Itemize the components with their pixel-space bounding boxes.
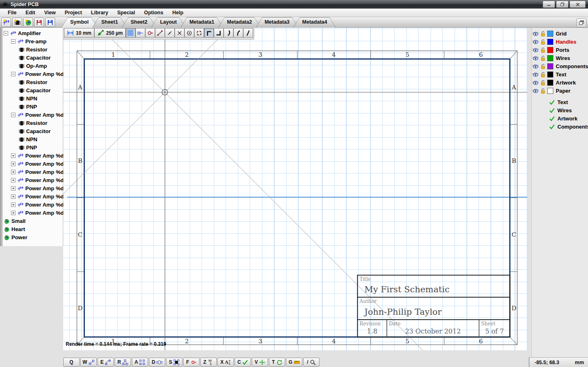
tree-expander-minus[interactable] <box>11 113 16 117</box>
tree-expander-plus[interactable] <box>11 170 16 174</box>
layer-color-swatch[interactable] <box>547 88 553 94</box>
tree-expander-plus[interactable] <box>11 153 16 158</box>
tree-expander-plus[interactable] <box>11 178 16 182</box>
cascade-windows-button[interactable] <box>577 18 586 27</box>
tree-item[interactable]: Capacitor <box>3 86 63 94</box>
visibility-check-text[interactable]: Text <box>532 98 588 106</box>
tree-item[interactable]: Capacitor <box>3 53 63 62</box>
layer-row-components[interactable]: Components <box>532 62 588 70</box>
shortcut-t-button[interactable]: T <box>269 358 285 367</box>
tree-item[interactable]: NPN <box>3 94 63 102</box>
tree-item[interactable]: Power Amp %d2 <box>3 151 63 160</box>
minimize-button[interactable] <box>543 1 555 8</box>
new-symbol-button[interactable] <box>1 18 11 27</box>
visibility-check-artwork[interactable]: Artwork <box>532 114 588 122</box>
tree-item[interactable]: Pre-amp <box>3 37 63 45</box>
corner-br-tool-button[interactable] <box>214 28 224 38</box>
shortcut-d-button[interactable]: D <box>149 358 165 367</box>
shortcut-x-button[interactable]: XA <box>217 358 234 367</box>
tree-expander-plus[interactable] <box>11 211 16 215</box>
schematic-canvas[interactable]: 123456 123456 ABCD ABCD Title My First S… <box>63 28 527 350</box>
slash-tool-button[interactable] <box>243 28 253 38</box>
snap-size-button[interactable]: 250 µm <box>94 28 126 38</box>
port-tool-button[interactable] <box>135 28 145 38</box>
arc-br-tool-button[interactable] <box>224 28 233 38</box>
tab-sheet1[interactable]: Sheet1 <box>92 17 127 28</box>
layer-row-paper[interactable]: Paper <box>532 87 588 95</box>
tree-item[interactable]: Resistor <box>3 119 63 127</box>
visibility-check-components[interactable]: Components <box>532 122 588 131</box>
shortcut-c-button[interactable]: C <box>235 358 251 367</box>
layer-color-swatch[interactable] <box>547 80 553 86</box>
shortcut-a-button[interactable]: A <box>132 358 148 367</box>
menu-file[interactable]: File <box>3 10 21 16</box>
tree-item[interactable]: Op-Amp <box>3 62 63 70</box>
menu-help[interactable]: Help <box>168 10 188 16</box>
tree-item[interactable]: PNP <box>3 143 63 151</box>
tree-expander-plus[interactable] <box>11 202 16 207</box>
grid-toggle-button[interactable] <box>126 28 135 38</box>
restore-button[interactable] <box>556 1 568 8</box>
layer-color-swatch[interactable] <box>547 39 553 45</box>
tree-expander-minus[interactable] <box>11 72 16 76</box>
menu-view[interactable]: View <box>40 10 60 16</box>
segment-tool-button[interactable] <box>165 28 175 38</box>
tree-expander-plus[interactable] <box>11 162 16 166</box>
menu-options[interactable]: Options <box>140 10 168 16</box>
wire-tool-button[interactable] <box>155 28 165 38</box>
tree-item[interactable]: Power Amp %d1 <box>3 111 63 119</box>
junction-tool-button[interactable] <box>145 28 155 38</box>
shortcut-f-button[interactable]: F <box>183 358 200 367</box>
dashed-circle-tool-button[interactable] <box>194 28 204 38</box>
layer-row-grid[interactable]: Grid <box>532 29 588 38</box>
visibility-check-wires[interactable]: Wires <box>532 106 588 114</box>
shortcut-v-button[interactable]: V <box>252 358 268 367</box>
tree-item[interactable]: PNP <box>3 102 63 111</box>
tab-metadata3[interactable]: Metadata3 <box>255 17 298 28</box>
tree-item[interactable]: Power Amp %d9 <box>3 209 63 217</box>
tree-item[interactable]: Power Amp %d0 <box>3 70 63 78</box>
layer-row-ports[interactable]: Ports <box>532 46 588 54</box>
tree-expander-minus[interactable] <box>4 31 8 36</box>
tree-expander-plus[interactable] <box>11 194 16 199</box>
layer-color-swatch[interactable] <box>547 31 553 37</box>
tree-item[interactable]: Capacitor <box>3 127 63 135</box>
shortcut-w-button[interactable]: W <box>80 358 97 367</box>
tree-item[interactable]: Small <box>3 217 63 225</box>
tree-item[interactable]: Power Amp %d5 <box>3 176 63 184</box>
tree-item[interactable]: Power Amp %d6 <box>3 184 63 192</box>
tab-metadata2[interactable]: Metadata2 <box>218 17 261 28</box>
layer-color-swatch[interactable] <box>547 71 553 78</box>
shortcut-slash-button[interactable]: / <box>303 358 320 367</box>
circle-dot-tool-button[interactable] <box>184 28 194 38</box>
close-button[interactable] <box>570 1 586 8</box>
tree-item[interactable]: NPN <box>3 135 63 143</box>
save-button[interactable] <box>34 18 44 27</box>
menu-special[interactable]: Special <box>113 10 140 16</box>
menu-project[interactable]: Project <box>60 10 86 16</box>
tree-item[interactable]: Heart <box>3 225 63 233</box>
shortcut-z-button[interactable]: Z5V <box>200 358 217 367</box>
shortcut-q-button[interactable]: Q <box>63 358 80 367</box>
tree-expander-minus[interactable] <box>11 39 16 44</box>
new-board-button[interactable] <box>23 18 33 27</box>
tree-item[interactable]: Resistor <box>3 78 63 86</box>
save-as-button[interactable] <box>45 18 55 27</box>
layer-row-text[interactable]: Text <box>532 70 588 78</box>
layer-row-wires[interactable]: Wires <box>532 54 588 62</box>
tree-item[interactable]: Resistor <box>3 45 63 53</box>
tab-symbol[interactable]: Symbol <box>61 17 98 28</box>
tab-metadata4[interactable]: Metadata4 <box>293 17 336 28</box>
grid-size-button[interactable]: 10 mm <box>64 28 94 38</box>
layer-row-artwork[interactable]: Artwork <box>532 78 588 87</box>
tree-item[interactable]: Power Amp %d7 <box>3 192 63 200</box>
panel-splitter[interactable] <box>0 28 3 246</box>
new-component-button[interactable] <box>12 18 22 27</box>
menu-library[interactable]: Library <box>87 10 113 16</box>
arc-tl-tool-button[interactable] <box>233 28 243 38</box>
cross-tool-button[interactable] <box>175 28 184 38</box>
tree-item[interactable]: Amplifier <box>3 29 63 37</box>
corner-tl-tool-button[interactable] <box>204 28 214 38</box>
layer-color-swatch[interactable] <box>547 55 553 61</box>
tree-item[interactable]: Power Amp %d3 <box>3 160 63 168</box>
